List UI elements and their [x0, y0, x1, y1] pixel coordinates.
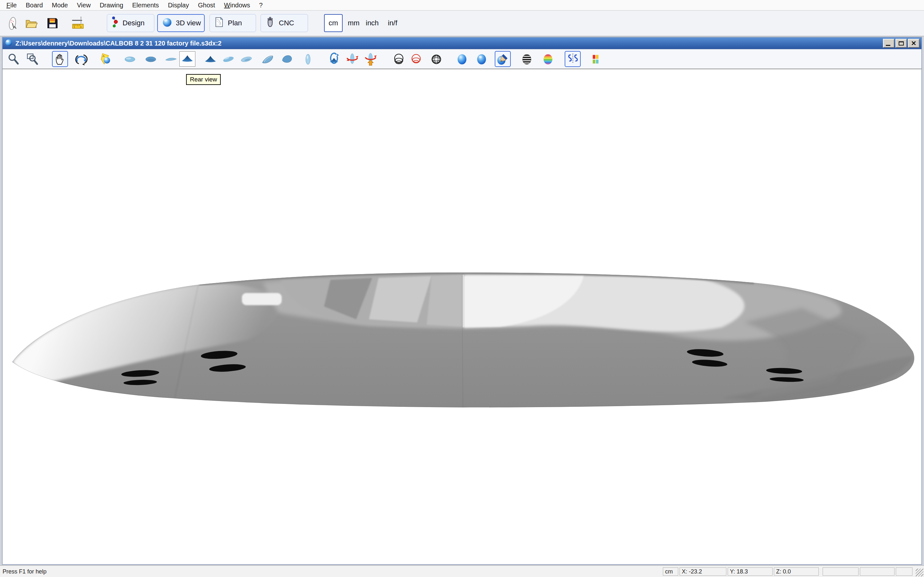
side-view-icon[interactable]: [164, 52, 178, 67]
svg-text:0: 0: [80, 26, 81, 29]
windows-colors-icon[interactable]: [588, 52, 603, 67]
view-toolbar: A: [3, 49, 921, 69]
bottom-view-icon[interactable]: [144, 52, 158, 67]
unit-inf-button[interactable]: in/f: [388, 14, 397, 32]
3d-view-icon: [161, 16, 173, 30]
svg-text:1: 1: [74, 26, 75, 29]
status-empty-2: [860, 567, 895, 576]
status-bar: Press F1 for help cm X: -23.2 Y: 18.3 Z:…: [0, 566, 924, 577]
unit-inch-button[interactable]: inch: [366, 14, 379, 32]
top-view-icon[interactable]: [123, 52, 137, 67]
color-map-icon[interactable]: [541, 52, 556, 67]
status-empty-3: [896, 567, 913, 576]
menu-mode[interactable]: Mode: [47, 0, 73, 10]
main-toolbar: 1 0 Design: [0, 11, 924, 36]
front-view-icon[interactable]: [203, 52, 218, 67]
cnc-label: CNC: [279, 19, 294, 27]
new-board-wizard-icon[interactable]: [5, 15, 21, 32]
edit-surface-icon[interactable]: [495, 51, 511, 67]
menu-file[interactable]: File: [2, 0, 21, 10]
application-window: File Board Mode View Drawing Elements Di…: [0, 0, 924, 577]
unit-cm-label: cm: [328, 19, 338, 27]
rotate-view-icon[interactable]: [74, 52, 89, 67]
status-help-text: Press F1 for help: [3, 568, 47, 575]
status-z-coordinate: Z: 0.0: [774, 567, 819, 576]
document-title: Z:\Users\dennery\Downloads\CALBOB 8 2 31…: [15, 40, 882, 47]
board-3d-render: [3, 69, 921, 564]
menu-elements[interactable]: Elements: [128, 0, 163, 10]
open-file-icon[interactable]: [23, 15, 39, 32]
render-blue-icon[interactable]: [455, 52, 469, 67]
wireframe-slices-icon[interactable]: [409, 52, 423, 67]
menu-drawing[interactable]: Drawing: [95, 0, 128, 10]
zoom-window-icon[interactable]: [25, 52, 39, 67]
document-icon: [5, 39, 13, 48]
unit-cm-button[interactable]: cm: [324, 14, 342, 32]
menu-help[interactable]: ?: [254, 0, 267, 10]
menu-display[interactable]: Display: [163, 0, 194, 10]
menu-board[interactable]: Board: [21, 0, 47, 10]
perspective-bottom-icon[interactable]: [239, 52, 254, 67]
pan-icon[interactable]: [52, 51, 68, 67]
status-empty-1: [822, 567, 859, 576]
menu-ghost[interactable]: Ghost: [194, 0, 220, 10]
design-mode-button[interactable]: Design: [107, 14, 154, 32]
dimensions-icon[interactable]: 1 0: [71, 15, 86, 32]
design-mode-icon: [110, 15, 120, 31]
viewport-canvas[interactable]: Rear view: [3, 69, 921, 564]
plan-mode-button[interactable]: Plan: [210, 14, 256, 32]
rear-view-tooltip: Rear view: [186, 74, 221, 85]
svg-text:A: A: [103, 54, 105, 58]
plan-icon: [213, 16, 225, 30]
spin-view-icon[interactable]: [345, 52, 360, 67]
zoom-icon[interactable]: [6, 52, 21, 67]
cnc-mode-button[interactable]: CNC: [260, 14, 308, 32]
status-y-coordinate: Y: 18.3: [728, 567, 772, 576]
status-x-coordinate: X: -23.2: [680, 567, 726, 576]
outline-view-icon[interactable]: [300, 52, 315, 67]
maximize-button[interactable]: [895, 39, 907, 48]
document-window: Z:\Users\dennery\Downloads\CALBOB 8 2 31…: [2, 37, 922, 565]
wireframe-icon[interactable]: [391, 52, 406, 67]
rear-view-icon[interactable]: [179, 51, 195, 67]
flip-view-icon[interactable]: [326, 52, 341, 67]
design-mode-label: Design: [123, 19, 144, 27]
symmetry-icon[interactable]: [565, 51, 581, 67]
close-button[interactable]: ✕: [908, 39, 919, 48]
resize-grip[interactable]: [916, 569, 923, 576]
save-icon[interactable]: [45, 15, 60, 32]
minimize-button[interactable]: [883, 39, 895, 48]
perspective-icon[interactable]: [280, 52, 294, 67]
perspective-side-icon[interactable]: [260, 52, 275, 67]
zebra-stripes-icon[interactable]: [519, 52, 534, 67]
render-gloss-icon[interactable]: [474, 52, 489, 67]
plan-label: Plan: [228, 19, 242, 27]
mesh-icon[interactable]: [429, 52, 444, 67]
cnc-icon: [264, 16, 276, 30]
menu-view[interactable]: View: [73, 0, 95, 10]
unit-mm-button[interactable]: mm: [348, 14, 360, 32]
menu-windows[interactable]: Windows: [220, 0, 254, 10]
light-icon[interactable]: A: [99, 52, 113, 67]
document-title-bar[interactable]: Z:\Users\dennery\Downloads\CALBOB 8 2 31…: [3, 37, 921, 49]
spin-up-view-icon[interactable]: [363, 52, 378, 67]
mdi-area: Z:\Users\dennery\Downloads\CALBOB 8 2 31…: [0, 36, 924, 566]
3d-view-label: 3D view: [176, 19, 201, 27]
perspective-top-icon[interactable]: [221, 52, 236, 67]
3d-view-mode-button[interactable]: 3D view: [157, 14, 205, 32]
status-unit: cm: [663, 567, 678, 576]
menu-bar: File Board Mode View Drawing Elements Di…: [0, 0, 924, 11]
